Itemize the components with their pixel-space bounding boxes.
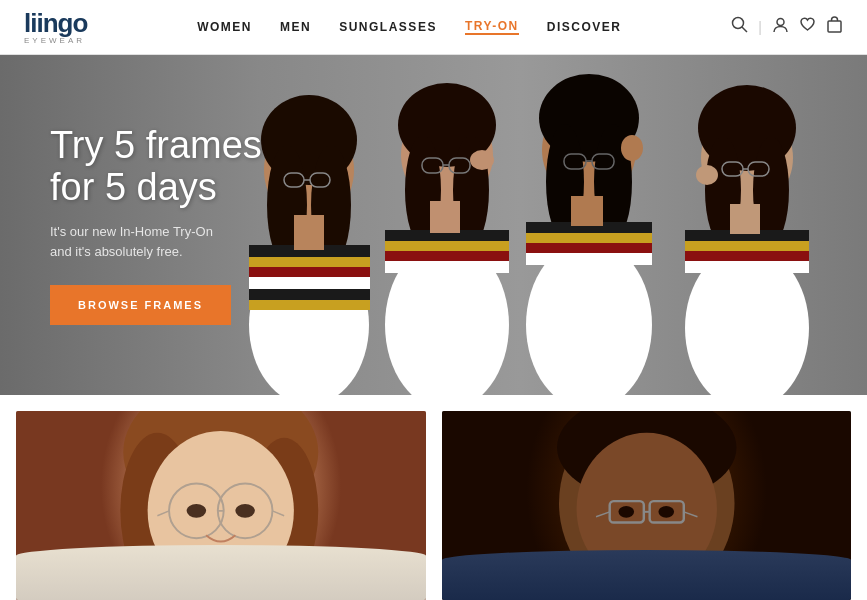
svg-rect-31	[385, 261, 509, 273]
person-4-silhouette	[667, 80, 827, 395]
women-portrait: Women	[16, 411, 426, 600]
main-nav: WOMEN MEN SUNGLASSES TRY-ON DISCOVER	[197, 19, 621, 35]
svg-rect-58	[685, 251, 809, 261]
svg-rect-17	[249, 300, 370, 310]
icon-divider: |	[758, 19, 762, 35]
svg-rect-60	[730, 204, 760, 234]
nav-discover[interactable]: DISCOVER	[547, 20, 622, 34]
svg-rect-3	[828, 21, 841, 32]
svg-rect-57	[685, 241, 809, 251]
svg-rect-13	[249, 257, 370, 267]
browse-frames-button[interactable]: BROWSE FRAMES	[50, 285, 231, 325]
svg-rect-18	[294, 215, 324, 250]
hero-banner: Try 5 frames for 5 days It's our new In-…	[0, 55, 867, 395]
svg-point-72	[235, 504, 255, 518]
svg-line-1	[742, 27, 747, 32]
women-label-text: Women	[34, 554, 163, 596]
women-face-svg	[16, 411, 426, 600]
hero-content: Try 5 frames for 5 days It's our new In-…	[0, 125, 262, 326]
svg-point-2	[777, 19, 784, 26]
svg-rect-16	[249, 289, 370, 300]
svg-rect-59	[685, 261, 809, 273]
men-portrait: Men	[442, 411, 852, 600]
svg-point-37	[621, 135, 643, 161]
nav-sunglasses[interactable]: SUNGLASSES	[339, 20, 437, 34]
hero-title: Try 5 frames for 5 days	[50, 125, 262, 209]
account-icon[interactable]	[772, 16, 789, 38]
men-label-text: Men	[460, 554, 532, 596]
header-icons: |	[731, 16, 843, 38]
hero-subtitle: It's our new In-Home Try-On and it's abs…	[50, 222, 262, 261]
category-section: Women	[0, 395, 867, 600]
men-category-label: Men	[442, 550, 852, 600]
bag-icon[interactable]	[826, 16, 843, 38]
logo[interactable]: liingo EYEWEAR	[24, 10, 87, 45]
svg-point-23	[470, 150, 494, 170]
svg-rect-15	[249, 277, 370, 289]
svg-rect-43	[526, 233, 652, 243]
svg-point-71	[187, 504, 207, 518]
wishlist-icon[interactable]	[799, 16, 816, 38]
svg-rect-44	[526, 243, 652, 253]
women-category-label: Women	[16, 550, 426, 600]
search-icon[interactable]	[731, 16, 748, 38]
svg-rect-45	[526, 253, 652, 265]
person-3-silhouette	[507, 70, 672, 395]
svg-rect-30	[385, 251, 509, 261]
category-card-women[interactable]: Women	[16, 411, 426, 600]
svg-point-51	[696, 165, 718, 185]
svg-point-73	[104, 555, 338, 600]
svg-point-82	[618, 506, 634, 518]
svg-point-0	[733, 18, 744, 29]
category-card-men[interactable]: Men	[442, 411, 852, 600]
site-header: liingo EYEWEAR WOMEN MEN SUNGLASSES TRY-…	[0, 0, 867, 55]
logo-text: liingo	[24, 10, 87, 36]
nav-tryon[interactable]: TRY-ON	[465, 19, 519, 35]
svg-rect-46	[571, 196, 603, 226]
svg-point-76	[576, 433, 716, 585]
hero-people-image	[247, 55, 867, 395]
nav-women[interactable]: WOMEN	[197, 20, 252, 34]
nav-men[interactable]: MEN	[280, 20, 311, 34]
person-2-silhouette	[367, 75, 527, 395]
svg-rect-32	[430, 201, 460, 233]
svg-rect-29	[385, 241, 509, 251]
logo-sub: EYEWEAR	[24, 37, 85, 45]
men-face-svg	[442, 411, 852, 600]
svg-point-84	[534, 562, 758, 600]
svg-rect-14	[249, 267, 370, 277]
svg-point-83	[658, 506, 674, 518]
